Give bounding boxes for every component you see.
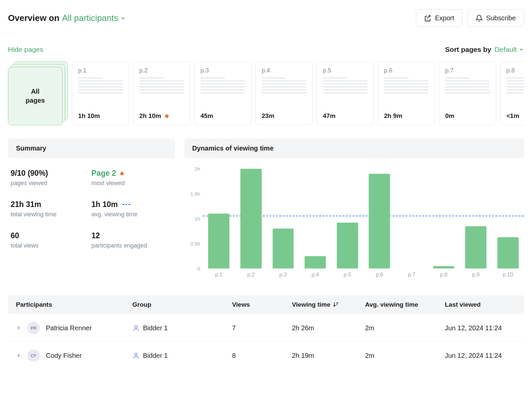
col-last-viewed[interactable]: Last viewed (445, 301, 516, 308)
avatar: CF (27, 349, 40, 362)
col-views[interactable]: Views (232, 301, 292, 308)
svg-point-0 (135, 326, 137, 328)
subscribe-button[interactable]: Subscribe (467, 9, 524, 27)
stat-value: 12 (91, 231, 100, 240)
chart-bar (460, 169, 492, 268)
page-number-label: p.8 (506, 67, 524, 74)
sort-pages-dropdown[interactable]: Default (494, 46, 524, 53)
page-number-label: p.1 (78, 67, 123, 74)
expand-row-toggle[interactable] (16, 325, 21, 331)
subscribe-label: Subscribe (486, 14, 516, 22)
stat-total-time: 21h 31m total viewing time (11, 200, 91, 218)
participants-dropdown-value: All participants (62, 13, 118, 23)
summary-stats: 9/10 (90%) pages viewed Page 2 most view… (8, 169, 175, 249)
hide-pages-toggle[interactable]: Hide pages (8, 46, 43, 53)
overview-on-label: Overview on (8, 13, 60, 23)
stat-pages-viewed: 9/10 (90%) pages viewed (11, 169, 91, 187)
page-card[interactable]: p.70m (439, 61, 496, 125)
page-number-label: p.3 (200, 67, 245, 74)
avatar: PR (27, 322, 40, 334)
stat-label: pages viewed (11, 180, 91, 187)
page-time: 2h 9m (384, 112, 429, 120)
col-viewing-time[interactable]: Viewing time (292, 301, 365, 308)
x-tick: p.7 (396, 272, 428, 278)
stat-value: 21h 31m (11, 200, 41, 209)
stat-value: 1h 10m (91, 200, 130, 209)
page-time: 0m (445, 112, 490, 120)
views-cell: 8 (232, 352, 292, 359)
dynamics-header: Dynamics of viewing time (184, 139, 524, 158)
summary-header: Summary (8, 139, 175, 158)
svg-point-1 (135, 353, 137, 356)
page-number-label: p.4 (262, 67, 306, 74)
y-tick: 1.5h (191, 191, 200, 197)
stat-label: participants engaged (91, 242, 172, 249)
x-tick: p.4 (299, 272, 332, 278)
page-time: 45m (200, 112, 245, 120)
page-card[interactable]: p.8<1m (500, 61, 524, 125)
page-card[interactable]: p.62h 9m (378, 61, 435, 125)
bell-icon (475, 15, 483, 22)
chart-bar (267, 169, 299, 268)
chart-bar (428, 169, 460, 268)
participants-dropdown[interactable]: All participants (62, 13, 126, 23)
expand-row-toggle[interactable] (16, 353, 21, 358)
chevron-down-icon (519, 47, 524, 52)
user-icon (132, 352, 140, 359)
page-card[interactable]: p.423m (255, 61, 313, 125)
page-number-label: p.2 (139, 67, 184, 74)
x-tick: p.10 (492, 272, 524, 278)
table-row: CFCody FisherBidder 182h 19m2mJun 12, 20… (8, 342, 524, 369)
stat-label: most viewed (91, 180, 172, 187)
last-viewed-cell: Jun 12, 2024 11:24 (445, 324, 516, 332)
page-number-label: p.5 (323, 67, 367, 74)
all-pages-card[interactable]: All pages (8, 61, 68, 125)
page-number-label: p.6 (384, 67, 429, 74)
col-participants[interactable]: Participants (16, 301, 132, 308)
dynamics-chart: 2h1.5h1h0.5h0 p.1p.2p.3p.4p.5p.6p.7p.8p.… (184, 169, 524, 282)
table-row: PRPatricia RennerBidder 172h 26m2mJun 12… (8, 314, 524, 342)
viewing-time-cell: 2h 26m (292, 324, 365, 332)
export-icon (424, 15, 432, 22)
chevron-down-icon (120, 16, 126, 21)
x-tick: p.3 (267, 272, 299, 278)
export-button[interactable]: Export (416, 9, 463, 27)
col-avg-viewing-time[interactable]: Avg. viewing time (365, 301, 445, 308)
chart-bar (396, 169, 428, 268)
x-tick: p.1 (203, 272, 235, 278)
export-label: Export (435, 14, 454, 22)
page-time: 1h 10m (78, 112, 123, 120)
stat-total-views: 60 total views (11, 231, 91, 249)
y-tick: 2h (195, 166, 200, 172)
col-group[interactable]: Group (132, 301, 232, 308)
last-viewed-cell: Jun 12, 2024 11:24 (445, 352, 516, 359)
stat-value: Page 2 (91, 169, 125, 178)
participant-name: Cody Fisher (46, 352, 82, 359)
page-card[interactable]: p.547m (317, 61, 374, 125)
x-tick: p.6 (363, 272, 396, 278)
page-time: 47m (323, 112, 367, 120)
stat-value: 60 (11, 231, 19, 240)
page-number-label: p.7 (445, 67, 490, 74)
chart-bar (299, 169, 332, 268)
chevron-right-icon (16, 353, 21, 358)
avg-line-legend (122, 204, 130, 205)
chart-bar (203, 169, 235, 268)
stat-label: avg. viewing time (91, 211, 172, 218)
y-tick: 0 (198, 266, 200, 271)
avg-time-cell: 2m (365, 324, 445, 332)
user-icon (132, 324, 140, 332)
all-pages-label: All pages (26, 87, 45, 105)
page-card[interactable]: p.345m (194, 61, 251, 125)
page-cards-strip: All pages p.11h 10mp.22h 10mp.345mp.423m… (8, 61, 524, 125)
sort-pages-label: Sort pages by (445, 46, 491, 53)
stat-label: total viewing time (11, 211, 91, 218)
participants-table-body: PRPatricia RennerBidder 172h 26m2mJun 12… (8, 314, 524, 369)
page-time: 2h 10m (139, 112, 184, 120)
chart-bar (235, 169, 267, 268)
flame-icon (164, 113, 170, 119)
page-card[interactable]: p.11h 10m (72, 61, 129, 125)
stat-participants: 12 participants engaged (91, 231, 172, 249)
page-card[interactable]: p.22h 10m (133, 61, 190, 125)
x-tick: p.9 (460, 272, 492, 278)
